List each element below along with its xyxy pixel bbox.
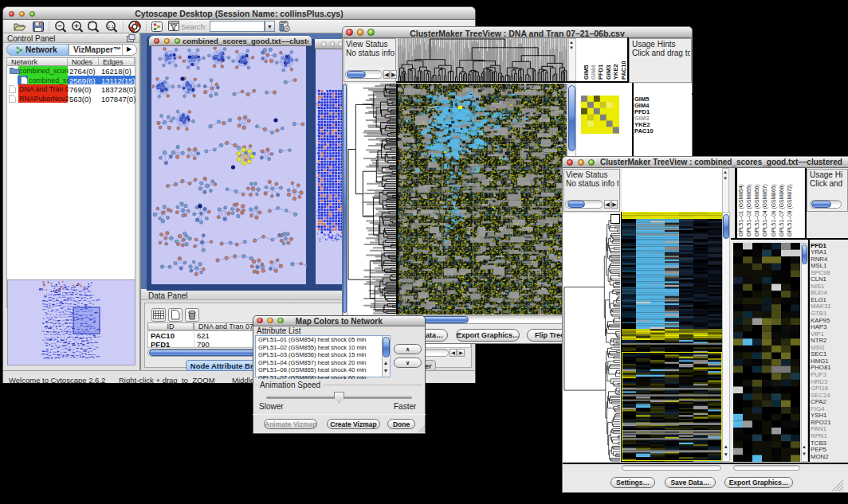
svg-text:GPL51–01 (GSM854): GPL51–01 (GSM854): [737, 184, 744, 236]
svg-text:GPL51–08 (GSM872): GPL51–08 (GSM872): [787, 184, 793, 236]
svg-text:PFD1: PFD1: [597, 64, 604, 80]
svg-text:GPL51–02 (GSM855): GPL51–02 (GSM855): [745, 184, 752, 236]
svg-text:YKE2: YKE2: [612, 64, 619, 80]
svg-text:GPL51–07 (GSM868): GPL51–07 (GSM868): [779, 184, 785, 236]
svg-text:GIM3: GIM3: [604, 65, 611, 80]
svg-text:GIM5: GIM5: [582, 65, 589, 80]
svg-text:GPL51–04 (GSM857): GPL51–04 (GSM857): [762, 184, 768, 236]
svg-text:GPL51–06 (GSM865): GPL51–06 (GSM865): [770, 184, 776, 236]
svg-text:PAC10: PAC10: [619, 61, 626, 80]
svg-text:1:1: 1:1: [108, 24, 114, 29]
svg-text:GIM4: GIM4: [589, 64, 596, 80]
svg-text:GPL51–03 (GSM856): GPL51–03 (GSM856): [754, 184, 760, 236]
